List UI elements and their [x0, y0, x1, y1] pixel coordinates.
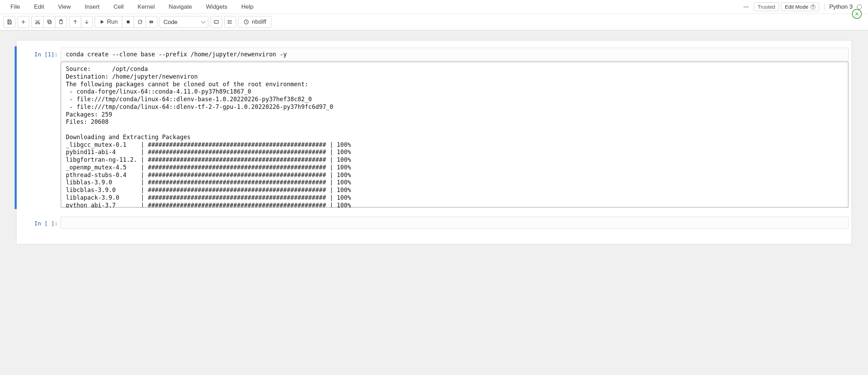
run-label: Run	[107, 18, 118, 25]
menubar-right: Trusted Edit Mode ? Python 3	[743, 2, 865, 11]
svg-marker-14	[101, 20, 104, 24]
menu-kernel[interactable]: Kernel	[131, 1, 162, 13]
menu-cell[interactable]: Cell	[107, 1, 131, 13]
svg-rect-8	[48, 21, 51, 24]
run-group: Run	[95, 16, 157, 28]
cell-body: conda create --clone base --prefix /home…	[61, 48, 848, 208]
nbdiff-label: nbdiff	[252, 18, 266, 25]
move-down-button[interactable]	[81, 16, 93, 28]
cut-button[interactable]	[31, 16, 43, 28]
add-cell-button[interactable]	[17, 16, 29, 28]
cell-output-area[interactable]: Source: /opt/conda Destination: /home/ju…	[61, 62, 848, 208]
menu-navigate[interactable]: Navigate	[162, 1, 199, 13]
menu-file[interactable]: File	[3, 1, 27, 13]
menu-help[interactable]: Help	[234, 1, 261, 13]
svg-rect-15	[127, 21, 130, 23]
restart-run-all-button[interactable]	[146, 16, 157, 28]
menu-insert[interactable]: Insert	[78, 1, 107, 13]
cell-1[interactable]: In [1]: conda create --clone base --pref…	[15, 46, 851, 209]
menubar-left: File Edit View Insert Cell Kernel Naviga…	[3, 1, 261, 13]
cut-copy-paste-group	[31, 16, 67, 28]
command-palette-button[interactable]	[210, 16, 222, 28]
cell-output-text: Source: /opt/conda Destination: /home/ju…	[66, 65, 843, 208]
save-button[interactable]	[3, 16, 15, 28]
celltype-select[interactable]: Code	[160, 16, 208, 28]
divider	[824, 3, 824, 11]
cell-input-prompt: In [1]:	[20, 48, 61, 208]
cell-2[interactable]: In [ ]:	[17, 215, 851, 230]
svg-rect-9	[47, 20, 50, 23]
celltype-select-wrap: Code	[160, 16, 208, 28]
svg-line-28	[246, 22, 247, 22]
paste-button[interactable]	[55, 16, 67, 28]
svg-rect-0	[743, 6, 749, 7]
toolbar: Run Code nbdiff	[0, 14, 868, 30]
svg-point-25	[228, 23, 228, 23]
cell-input-area[interactable]	[61, 217, 848, 229]
stop-button[interactable]	[122, 16, 134, 28]
svg-point-23	[228, 20, 228, 21]
nbdiff-button[interactable]: nbdiff	[238, 16, 271, 28]
collapse-icon[interactable]	[743, 5, 750, 9]
help-icon: ?	[811, 5, 815, 9]
menubar: File Edit View Insert Cell Kernel Naviga…	[0, 0, 868, 14]
svg-marker-16	[150, 20, 152, 24]
notebook-inner: In [1]: conda create --clone base --pref…	[17, 41, 851, 244]
edit-mode-label: Edit Mode	[785, 4, 808, 10]
move-up-button[interactable]	[69, 16, 81, 28]
run-button[interactable]: Run	[95, 16, 122, 28]
svg-point-24	[228, 22, 228, 22]
move-group	[69, 16, 93, 28]
svg-marker-17	[152, 20, 153, 24]
close-round-button[interactable]	[852, 9, 862, 19]
kernel-name[interactable]: Python 3	[829, 3, 853, 10]
cell-body	[61, 217, 848, 229]
menu-view[interactable]: View	[51, 1, 78, 13]
trusted-badge[interactable]: Trusted	[754, 2, 779, 11]
svg-rect-1	[8, 22, 10, 24]
notebook-container: In [1]: conda create --clone base --pref…	[0, 30, 868, 254]
cell-input-prompt: In [ ]:	[20, 217, 61, 229]
svg-rect-18	[214, 21, 218, 23]
restart-button[interactable]	[134, 16, 146, 28]
menu-edit[interactable]: Edit	[27, 1, 51, 13]
kernel-status-icon[interactable]	[857, 5, 862, 9]
edit-mode-badge[interactable]: Edit Mode ?	[781, 2, 819, 11]
menu-widgets[interactable]: Widgets	[199, 1, 234, 13]
copy-button[interactable]	[43, 16, 55, 28]
toc-button[interactable]	[224, 16, 236, 28]
cell-input-area[interactable]: conda create --clone base --prefix /home…	[61, 48, 848, 61]
